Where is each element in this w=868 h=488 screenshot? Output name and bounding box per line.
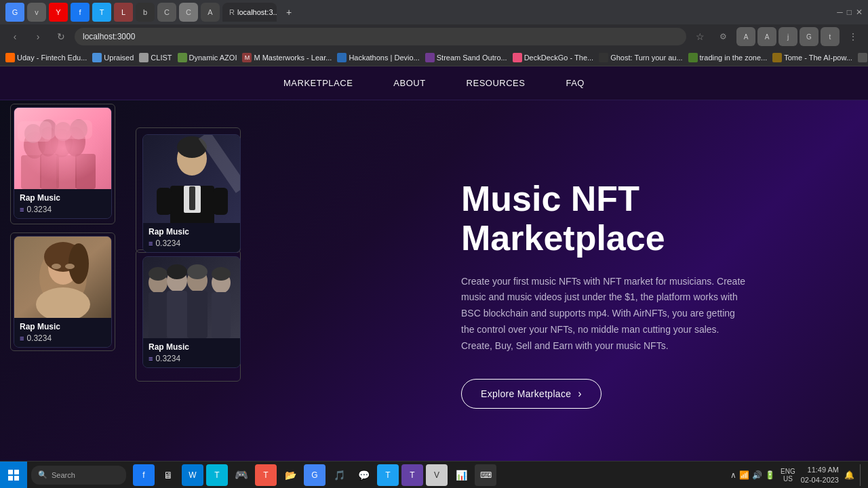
taskbar-icon-11[interactable]: T xyxy=(377,464,399,486)
tab-new[interactable]: + xyxy=(279,3,298,22)
taskbar-icon-15[interactable]: ⌨ xyxy=(475,464,496,486)
ext-icon-5[interactable]: t xyxy=(821,27,840,46)
ext-icon-2[interactable]: A xyxy=(757,27,776,46)
forward-btn[interactable]: › xyxy=(28,27,47,46)
tab-icon-a1[interactable]: A xyxy=(201,3,220,22)
menu-btn[interactable]: ⋮ xyxy=(844,27,863,46)
tab-bar: G v Y f T L b C C A R localhost:3... + ─… xyxy=(0,0,868,24)
browser-nav-bar: ‹ › ↻ localhost:3000 ☆ ⚙ A A j G t ⋮ xyxy=(0,24,868,49)
tab-icon-c2[interactable]: C xyxy=(179,3,198,22)
bookmark-stream[interactable]: Stream Sand Outro... xyxy=(425,53,507,62)
svg-rect-45 xyxy=(8,470,13,474)
taskbar-icon-6[interactable]: T xyxy=(255,464,277,486)
svg-rect-21 xyxy=(157,188,172,215)
extensions-btn[interactable]: ⚙ xyxy=(713,27,732,46)
bookmark-upraised[interactable]: Upraised xyxy=(92,53,134,62)
reload-btn[interactable]: ↻ xyxy=(52,27,71,46)
taskbar-icon-5[interactable]: 🎮 xyxy=(231,464,252,486)
bookmark-hackathons[interactable]: Hackathons | Devio... xyxy=(337,53,419,62)
taskbar-right: ∧ 📶 🔊 🔋 ENGUS 11:49 AM 02-04-2023 🔔 xyxy=(725,464,868,486)
svg-rect-6 xyxy=(40,154,59,189)
taskbar-icon-8[interactable]: G xyxy=(304,464,326,486)
svg-rect-36 xyxy=(167,291,187,338)
bookmark-uday[interactable]: Uday - Fintech Edu... xyxy=(5,53,87,62)
system-icons: ∧ 📶 🔊 🔋 xyxy=(730,470,775,480)
ext-icon-4[interactable]: G xyxy=(800,27,818,46)
tab-icon-t[interactable]: T xyxy=(92,3,111,22)
browser-chrome: G v Y f T L b C C A R localhost:3... + ─… xyxy=(0,0,868,66)
battery-icon: 🔋 xyxy=(765,470,775,480)
taskbar-icon-1[interactable]: f xyxy=(133,464,155,486)
taskbar-icon-10[interactable]: 💬 xyxy=(353,464,374,486)
time-text: 11:49 AM xyxy=(801,465,839,474)
bookmark-sindre[interactable]: Sindre Sorhus xyxy=(858,53,868,62)
bookmark-ghost[interactable]: Ghost: Turn your au... xyxy=(599,53,682,62)
notifications-icon[interactable]: 🔔 xyxy=(844,470,854,480)
taskbar-icon-13[interactable]: V xyxy=(426,464,448,486)
taskbar-icon-7[interactable]: 📂 xyxy=(279,464,301,486)
bookmark-btn[interactable]: ☆ xyxy=(690,27,709,46)
svg-rect-40 xyxy=(212,292,231,338)
taskbar-icon-9[interactable]: 🎵 xyxy=(328,464,350,486)
svg-point-11 xyxy=(54,122,72,141)
nft-image-4 xyxy=(143,257,241,338)
taskbar-icons: f 🖥 W T 🎮 T 📂 G 🎵 💬 T T V 📊 ⌨ xyxy=(130,464,725,486)
wifi-icon[interactable]: 📶 xyxy=(739,470,749,480)
nft-card-1[interactable]: Rap Music ≡ 0.3234 xyxy=(14,107,112,219)
windows-start-button[interactable] xyxy=(0,462,27,489)
card-title-4: Rap Music xyxy=(149,342,235,352)
taskbar-icon-2[interactable]: 🖥 xyxy=(157,464,179,486)
clock-display[interactable]: 11:49 AM 02-04-2023 xyxy=(801,465,839,485)
tab-icon-g[interactable]: G xyxy=(5,3,24,22)
bookmark-clist[interactable]: CLIST xyxy=(139,53,172,62)
taskbar-icon-14[interactable]: 📊 xyxy=(450,464,472,486)
svg-point-43 xyxy=(187,264,208,279)
explore-marketplace-button[interactable]: Explore Marketplace › xyxy=(461,379,601,409)
nav-faq[interactable]: FAQ xyxy=(566,78,585,88)
taskbar-icon-12[interactable]: T xyxy=(401,464,423,486)
nft-card-2[interactable]: Rap Music ≡ 0.3234 xyxy=(142,134,241,253)
bookmark-tome[interactable]: Tome - The AI-pow... xyxy=(772,53,852,62)
nft-card-3[interactable]: Rap Music ≡ 0.3234 xyxy=(14,236,112,348)
tab-icon-l1[interactable]: L xyxy=(114,3,133,22)
nav-about[interactable]: ABOUT xyxy=(393,78,425,88)
ext-icon-3[interactable]: j xyxy=(778,27,797,46)
tab-icon-v[interactable]: v xyxy=(27,3,46,22)
bookmarks-bar: Uday - Fintech Edu... Upraised CLIST Dyn… xyxy=(0,49,868,66)
ext-icon-1[interactable]: A xyxy=(736,27,755,46)
nft-card-4[interactable]: Rap Music ≡ 0.3234 xyxy=(142,256,241,368)
svg-point-10 xyxy=(39,119,57,140)
maximize-btn[interactable]: □ xyxy=(847,7,852,17)
tab-icon-c1[interactable]: C xyxy=(157,3,176,22)
nav-marketplace[interactable]: MARKETPLACE xyxy=(283,78,353,88)
svg-rect-48 xyxy=(14,476,19,481)
language-display[interactable]: ENGUS xyxy=(781,468,795,483)
taskbar-icon-4[interactable]: T xyxy=(206,464,228,486)
close-btn[interactable]: ✕ xyxy=(856,7,863,17)
bookmark-trading[interactable]: trading in the zone... xyxy=(688,53,768,62)
card-info-4: Rap Music ≡ 0.3234 xyxy=(143,338,240,367)
tab-icon-b[interactable]: b xyxy=(136,3,155,22)
bookmark-deckdeckgo[interactable]: DeckDeckGo - The... xyxy=(513,53,594,62)
up-arrow-icon[interactable]: ∧ xyxy=(730,470,736,480)
show-desktop-icon[interactable] xyxy=(860,464,863,486)
bookmark-masterworks[interactable]: M M Masterworks - Lear... xyxy=(242,53,332,62)
address-bar[interactable]: localhost:3000 xyxy=(75,28,686,45)
card-price-4: ≡ 0.3234 xyxy=(149,354,235,363)
arrow-icon: › xyxy=(578,388,582,400)
speaker-icon[interactable]: 🔊 xyxy=(752,470,762,480)
svg-point-12 xyxy=(70,119,87,140)
svg-point-44 xyxy=(212,267,231,281)
tab-icon-f[interactable]: f xyxy=(71,3,90,22)
tab-icon-y[interactable]: Y xyxy=(49,3,68,22)
hero-title: Music NFT Marketplace xyxy=(461,180,841,257)
tab-active[interactable]: R localhost:3... xyxy=(222,3,277,22)
bookmark-dynamic[interactable]: Dynamic AZOI xyxy=(178,53,237,62)
nav-resources[interactable]: RESOURCES xyxy=(467,78,526,88)
svg-point-30 xyxy=(65,264,75,269)
back-btn[interactable]: ‹ xyxy=(5,27,24,46)
svg-rect-38 xyxy=(187,291,208,338)
taskbar-search[interactable]: 🔍 Search xyxy=(31,466,126,485)
minimize-btn[interactable]: ─ xyxy=(837,7,843,17)
taskbar-icon-3[interactable]: W xyxy=(182,464,203,486)
